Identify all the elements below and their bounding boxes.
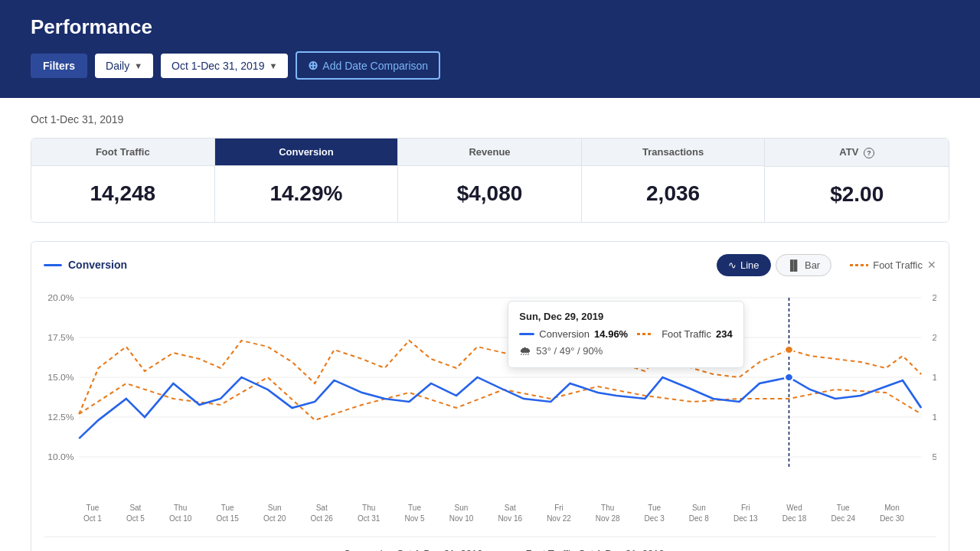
close-overlay-button[interactable]: ✕ xyxy=(927,259,936,271)
x-label-nov16: SatNov 16 xyxy=(498,503,522,524)
kpi-header-atv: ATV ? xyxy=(765,139,949,167)
svg-point-17 xyxy=(785,346,793,354)
bar-chart-button[interactable]: ▐▌ Bar xyxy=(776,254,832,276)
x-label-oct5: SatOct 5 xyxy=(126,503,145,524)
header: Performance Filters Daily ▼ Oct 1-Dec 31… xyxy=(0,0,980,98)
chart-bottom-legend: Conversion Oct 1-Dec 31, 2019 Foot Traff… xyxy=(44,536,936,551)
kpi-value-atv: $2.00 xyxy=(765,167,949,222)
svg-text:15.0%: 15.0% xyxy=(47,373,74,381)
x-label-oct15: TueOct 15 xyxy=(216,503,238,524)
bar-icon: ▐▌ xyxy=(787,259,801,271)
chart-type-controls: ∿ Line ▐▌ Bar xyxy=(717,254,831,276)
kpi-card-conversion[interactable]: Conversion 14.29% xyxy=(215,139,399,222)
x-label-nov10: SunNov 10 xyxy=(449,503,474,524)
filters-button[interactable]: Filters xyxy=(31,54,87,78)
chart-section: Conversion ∿ Line ▐▌ Bar xyxy=(31,241,949,551)
x-label-dec18: WedDec 18 xyxy=(782,503,807,524)
svg-text:10.0%: 10.0% xyxy=(47,452,74,461)
main-container: Performance Filters Daily ▼ Oct 1-Dec 31… xyxy=(0,0,980,551)
svg-text:12.5%: 12.5% xyxy=(47,412,74,421)
x-label-oct26: SatOct 26 xyxy=(310,503,332,524)
svg-text:165: 165 xyxy=(933,373,937,381)
kpi-card-foot-traffic[interactable]: Foot Traffic 14,248 xyxy=(31,139,215,222)
chart-legend-conversion: Conversion xyxy=(44,259,127,271)
kpi-header-conversion: Conversion xyxy=(215,139,398,166)
kpi-value-foot-traffic: 14,248 xyxy=(31,166,214,221)
header-controls: Filters Daily ▼ Oct 1-Dec 31, 2019 ▼ ⊕ A… xyxy=(31,51,949,80)
kpi-value-conversion: 14.29% xyxy=(215,166,398,221)
x-label-nov28: ThuNov 28 xyxy=(596,503,620,524)
kpi-header-transactions: Transactions xyxy=(582,139,765,166)
x-label-oct20: SunOct 20 xyxy=(263,503,286,524)
plus-circle-icon: ⊕ xyxy=(308,58,318,73)
blue-line-icon xyxy=(44,264,62,266)
content-area: Oct 1-Dec 31, 2019 Foot Traffic 14,248 C… xyxy=(0,98,980,551)
line-icon: ∿ xyxy=(728,259,737,271)
overlay-legend: Foot Traffic ✕ xyxy=(850,259,936,271)
page-title: Performance xyxy=(31,15,949,39)
date-range-dropdown[interactable]: Oct 1-Dec 31, 2019 ▼ xyxy=(161,54,288,78)
svg-text:275: 275 xyxy=(933,293,937,302)
x-label-dec3: TueDec 3 xyxy=(645,503,665,524)
kpi-card-revenue[interactable]: Revenue $4,080 xyxy=(398,139,582,222)
svg-text:110: 110 xyxy=(933,412,937,421)
kpi-header-foot-traffic: Foot Traffic xyxy=(31,139,214,166)
date-range-label: Oct 1-Dec 31, 2019 xyxy=(31,113,949,126)
help-icon[interactable]: ? xyxy=(864,148,874,158)
x-label-dec24: TueDec 24 xyxy=(831,503,855,524)
x-label-oct31: ThuOct 31 xyxy=(358,503,380,524)
x-label-dec30: MonDec 30 xyxy=(880,503,904,524)
add-date-comparison-button[interactable]: ⊕ Add Date Comparison xyxy=(296,51,440,80)
chart-svg: 20.0% 17.5% 15.0% 12.5% 10.0% 275 220 16… xyxy=(44,285,936,500)
chart-header: Conversion ∿ Line ▐▌ Bar xyxy=(44,254,936,276)
legend-foot-traffic: Foot Traffic Oct 1-Dec 31, 2019 xyxy=(498,548,664,551)
x-label-oct1: TueOct 1 xyxy=(83,503,102,524)
chart-x-labels: TueOct 1 SatOct 5 ThuOct 10 TueOct 15 Su… xyxy=(44,500,936,530)
svg-text:55: 55 xyxy=(933,452,937,461)
kpi-value-revenue: $4,080 xyxy=(398,166,581,221)
chevron-down-icon: ▼ xyxy=(269,61,277,70)
daily-dropdown[interactable]: Daily ▼ xyxy=(95,54,153,78)
kpi-card-transactions[interactable]: Transactions 2,036 xyxy=(582,139,766,222)
kpi-value-transactions: 2,036 xyxy=(582,166,765,221)
kpi-grid: Foot Traffic 14,248 Conversion 14.29% Re… xyxy=(31,138,949,223)
orange-dotted-icon xyxy=(850,264,868,266)
svg-text:17.5%: 17.5% xyxy=(47,333,74,341)
x-label-oct10: ThuOct 10 xyxy=(169,503,191,524)
kpi-header-revenue: Revenue xyxy=(398,139,581,166)
x-label-nov5: TueNov 5 xyxy=(404,503,424,524)
svg-text:220: 220 xyxy=(933,333,937,341)
legend-conversion: Conversion Oct 1-Dec 31, 2019 xyxy=(315,548,482,551)
x-label-nov22: FriNov 22 xyxy=(547,503,571,524)
kpi-card-atv[interactable]: ATV ? $2.00 xyxy=(765,139,949,222)
chevron-down-icon: ▼ xyxy=(134,61,142,70)
x-label-dec8: SunDec 8 xyxy=(689,503,709,524)
svg-point-16 xyxy=(785,373,793,381)
chart-area: 20.0% 17.5% 15.0% 12.5% 10.0% 275 220 16… xyxy=(44,285,936,500)
svg-text:20.0%: 20.0% xyxy=(47,293,74,302)
line-chart-button[interactable]: ∿ Line xyxy=(717,254,771,276)
x-label-dec13: FriDec 13 xyxy=(733,503,758,524)
